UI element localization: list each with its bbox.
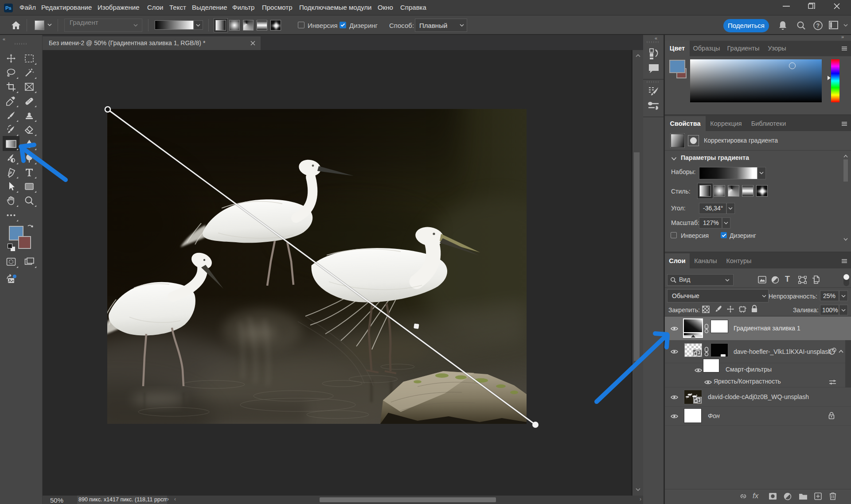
svg-text:?: ? <box>816 23 820 29</box>
